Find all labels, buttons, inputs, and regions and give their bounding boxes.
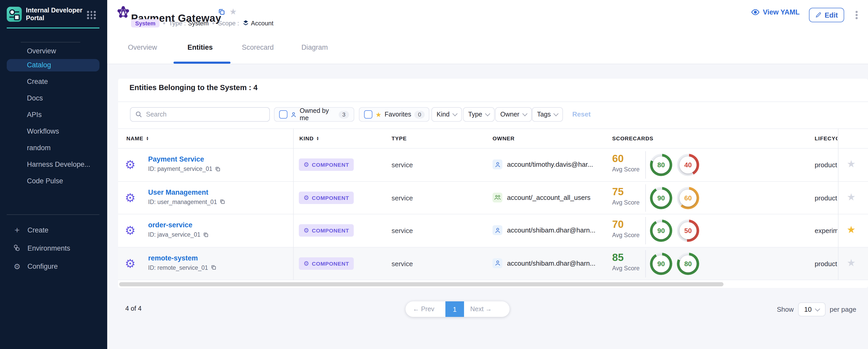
brand[interactable]: Internal DeveloperPortal bbox=[7, 7, 83, 22]
favorite-star-icon[interactable]: ★ bbox=[847, 191, 856, 203]
copy-id-icon[interactable] bbox=[220, 199, 225, 204]
entity-name-link[interactable]: User Management bbox=[148, 188, 209, 196]
sidebar-item-docs[interactable]: Docs bbox=[7, 92, 99, 104]
avg-score-value: 75 bbox=[612, 186, 624, 197]
score-divider bbox=[645, 184, 646, 212]
plus-icon: + bbox=[11, 226, 23, 234]
sidebar-item-create[interactable]: +Create bbox=[7, 223, 99, 237]
entity-header: Payment Gateway ★ System Type : System S… bbox=[107, 0, 868, 64]
star-icon: ★ bbox=[375, 110, 381, 118]
kind-filter-dropdown[interactable]: Kind bbox=[431, 107, 462, 122]
search-input[interactable]: Search bbox=[130, 107, 270, 122]
edit-button[interactable]: Edit bbox=[809, 8, 844, 22]
sidebar-item-code-pulse[interactable]: Code Pulse bbox=[7, 174, 99, 187]
component-gear-icon: ⚙ bbox=[125, 158, 135, 171]
type-label: Type : bbox=[169, 20, 186, 27]
sidebar-item-harness-develope-[interactable]: Harness Develope... bbox=[7, 158, 99, 170]
entity-name-link[interactable]: Payment Service bbox=[148, 155, 204, 163]
reset-filters-button[interactable]: Reset bbox=[572, 110, 591, 118]
copy-title-icon[interactable] bbox=[218, 8, 225, 15]
page-size-select[interactable]: 10 bbox=[798, 303, 826, 316]
favorite-star-icon[interactable]: ★ bbox=[847, 158, 856, 170]
tab-overview[interactable]: Overview bbox=[128, 43, 157, 51]
component-gear-icon: ⚙ bbox=[304, 194, 309, 201]
tags-filter-dropdown[interactable]: Tags bbox=[532, 107, 563, 122]
scorecard-gauge: 90 bbox=[650, 187, 672, 209]
tab-entities[interactable]: Entities bbox=[187, 43, 213, 51]
entity-lifecycle: production bbox=[815, 161, 837, 169]
entity-lifecycle: production bbox=[815, 260, 837, 267]
favorite-entity-star-icon[interactable]: ★ bbox=[229, 7, 237, 17]
sidebar-item-overview[interactable]: Overview bbox=[7, 44, 99, 58]
table-body: ⚙Payment ServiceID: payment_service_01⚙C… bbox=[118, 149, 868, 280]
sidebar-item-create[interactable]: Create bbox=[7, 75, 99, 88]
favorites-filter[interactable]: ★ Favorites 0 bbox=[359, 107, 429, 122]
entity-owner: account/timothy.davis@har... bbox=[493, 159, 593, 169]
column-header-owner: OWNER bbox=[493, 135, 515, 141]
sidebar-item-apis[interactable]: APIs bbox=[7, 108, 99, 121]
owned-by-me-filter[interactable]: Owned by me 3 bbox=[274, 107, 354, 122]
prev-page-button[interactable]: ← Prev bbox=[413, 306, 434, 313]
component-gear-icon: ⚙ bbox=[304, 161, 309, 168]
gear-icon: ⚙ bbox=[11, 262, 23, 271]
horizontal-scrollbar[interactable] bbox=[119, 282, 723, 286]
search-placeholder: Search bbox=[146, 111, 166, 118]
breadcrumb: System Type : System Scope : Account bbox=[131, 19, 274, 27]
owned-by-me-checkbox[interactable] bbox=[279, 110, 287, 119]
entity-name-link[interactable]: order-service bbox=[148, 221, 192, 229]
entity-lifecycle: production bbox=[815, 194, 837, 202]
entity-id: ID: payment_service_01 bbox=[148, 166, 221, 172]
table-row-payment-service: ⚙Payment ServiceID: payment_service_01⚙C… bbox=[118, 149, 868, 182]
copy-id-icon[interactable] bbox=[215, 166, 221, 172]
sidebar-item-environments[interactable]: Environments bbox=[7, 241, 99, 255]
owner-filter-dropdown[interactable]: Owner bbox=[495, 107, 532, 122]
scorecard-gauge: 80 bbox=[650, 154, 672, 176]
scorecard-gauge: 60 bbox=[677, 187, 699, 209]
current-page-button[interactable]: 1 bbox=[445, 302, 464, 317]
sort-icon: ▲▼ bbox=[146, 136, 149, 140]
next-page-button[interactable]: Next → bbox=[470, 306, 492, 313]
scorecard-gauge: 50 bbox=[677, 220, 699, 242]
entity-type: service bbox=[392, 161, 413, 169]
view-yaml-button[interactable]: View YAML bbox=[751, 8, 800, 16]
type-value: System bbox=[188, 20, 209, 27]
copy-id-icon[interactable] bbox=[211, 264, 216, 270]
scorecard-gauge: 90 bbox=[650, 252, 672, 275]
column-header-kind[interactable]: KIND▲▼ bbox=[299, 135, 319, 141]
favorite-star-icon[interactable]: ★ bbox=[847, 257, 856, 268]
tab-diagram[interactable]: Diagram bbox=[302, 43, 328, 51]
copy-id-icon[interactable] bbox=[203, 232, 209, 237]
sidebar-item-workflows[interactable]: Workflows bbox=[7, 125, 99, 138]
pagination: ← Prev 1 Next → bbox=[405, 302, 509, 317]
entity-type: service bbox=[392, 194, 413, 202]
scorecard-gauge: 80 bbox=[677, 252, 699, 275]
sidebar-item-random[interactable]: random bbox=[7, 141, 99, 154]
owned-by-me-count: 3 bbox=[339, 110, 349, 118]
kind-badge: ⚙COMPONENT bbox=[299, 191, 354, 204]
sidebar-divider-bottom bbox=[7, 214, 99, 215]
sidebar-item-catalog[interactable]: Catalog bbox=[7, 59, 99, 71]
chevron-down-icon bbox=[485, 111, 490, 116]
more-options-icon[interactable] bbox=[855, 10, 859, 20]
table-row-user-management: ⚙User ManagementID: user_management_01⚙C… bbox=[118, 182, 868, 214]
entity-owner: account/shibam.dhar@harn... bbox=[493, 225, 595, 235]
breadcrumb-dot bbox=[163, 22, 165, 24]
entity-name-link[interactable]: remote-system bbox=[148, 254, 198, 262]
name-column-divider bbox=[293, 128, 293, 280]
hexagons-icon bbox=[11, 244, 23, 252]
column-header-name[interactable]: NAME▲▼ bbox=[126, 135, 149, 141]
component-gear-icon: ⚙ bbox=[125, 191, 135, 204]
chevron-down-icon bbox=[522, 111, 527, 116]
entities-panel: Entities Belonging to the System : 4 Sea… bbox=[118, 79, 868, 288]
scope-label: Scope : bbox=[218, 20, 239, 27]
harness-idp-logo-icon bbox=[7, 7, 22, 22]
favorite-star-icon[interactable]: ★ bbox=[847, 224, 856, 235]
type-filter-dropdown[interactable]: Type bbox=[463, 107, 495, 122]
entity-id: ID: remote_service_01 bbox=[148, 264, 216, 271]
app-switcher-icon[interactable] bbox=[87, 11, 96, 19]
favorites-checkbox[interactable] bbox=[364, 110, 372, 119]
tab-scorecard[interactable]: Scorecard bbox=[242, 43, 274, 51]
sidebar-item-configure[interactable]: ⚙Configure bbox=[7, 260, 99, 273]
user-icon bbox=[493, 258, 502, 268]
column-header-lifecycle: LIFECYCLE bbox=[815, 135, 837, 141]
